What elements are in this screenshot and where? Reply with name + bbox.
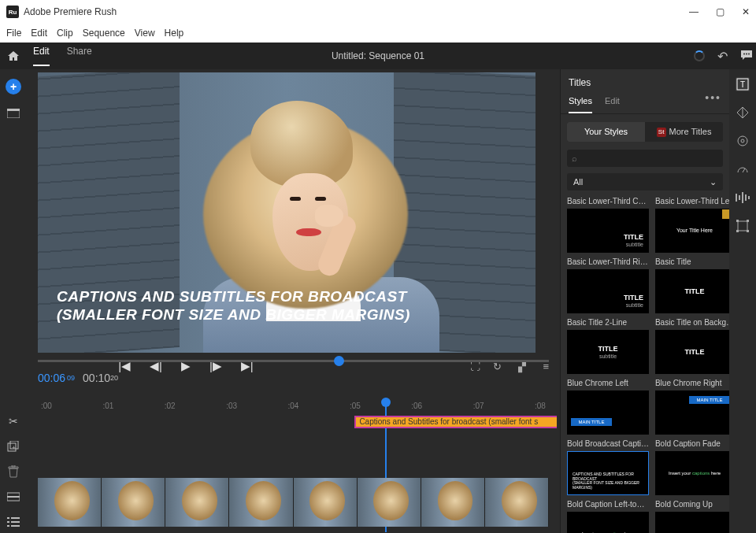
home-button[interactable] <box>3 46 24 66</box>
svg-point-19 <box>741 139 744 143</box>
track-list-button[interactable] <box>6 516 21 528</box>
title-preset-thumbnail[interactable]: TITLEsubtitle <box>567 269 649 313</box>
tab-edit[interactable]: Edit <box>33 46 50 66</box>
scissors-button[interactable]: ✂ <box>6 415 21 428</box>
player-controls: 00:06 09 00:10 20 |◀ ◀| ▶ |▶ ▶| ⛶ ↻ <box>27 355 560 429</box>
title-preset-thumbnail[interactable] <box>655 512 729 533</box>
title-preset-item[interactable]: Blue Chrome LeftMAIN TITLE <box>567 377 649 435</box>
undo-button[interactable]: ↶ <box>717 49 728 64</box>
progress-bar[interactable] <box>38 360 549 362</box>
clip-thumbnail[interactable] <box>38 478 102 527</box>
svg-rect-29 <box>736 230 739 232</box>
svg-rect-28 <box>747 220 749 222</box>
title-preset-thumbnail[interactable]: MAIN TITLE <box>567 390 649 435</box>
transitions-tool-button[interactable] <box>736 105 750 120</box>
title-preset-item[interactable]: Basic Lower-Third LeftYour Title Here <box>655 195 729 253</box>
menu-sequence[interactable]: Sequence <box>83 28 125 39</box>
svg-rect-21 <box>736 194 737 202</box>
title-clip[interactable]: Captions and Subtitles for broadcast (sm… <box>354 416 557 428</box>
menu-file[interactable]: File <box>6 28 21 39</box>
menu-edit[interactable]: Edit <box>31 28 47 39</box>
search-field[interactable] <box>580 153 718 165</box>
title-preset-thumbnail[interactable]: Your Title Here <box>655 209 729 253</box>
timeline-ruler[interactable]: :00 :01 :02 :03 :04 :05 :06 :07 :08 Capt… <box>38 402 549 410</box>
timecode-display: 00:06 09 00:10 20 <box>38 372 118 384</box>
title-preset-label: Blue Chrome Right <box>655 377 729 390</box>
title-preset-thumbnail[interactable]: TITLE <box>655 269 729 313</box>
title-preset-thumbnail[interactable]: TITLEsubtitle <box>567 330 649 374</box>
segment-more-titles[interactable]: StMore Titles <box>645 122 723 142</box>
title-preset-item[interactable]: Bold Broadcast Capti…CAPTIONS AND SUBTIT… <box>567 438 649 495</box>
clip-thumbnail[interactable] <box>421 478 485 527</box>
title-preset-thumbnail[interactable]: Insert your captions here <box>567 512 649 533</box>
title-preset-thumbnail[interactable]: TITLEsubtitle <box>567 209 649 253</box>
window-close[interactable]: ✕ <box>742 6 750 17</box>
clip-thumbnail[interactable] <box>358 478 421 527</box>
title-preset-thumbnail[interactable]: CAPTIONS AND SUBTITLES FOR BROADCAST(SMA… <box>567 451 649 495</box>
timeline[interactable] <box>27 429 560 533</box>
panel-tab-edit[interactable]: Edit <box>605 91 620 113</box>
title-preset-label: Bold Coming Up <box>655 498 729 512</box>
category-dropdown[interactable]: All ⌄ <box>567 173 723 191</box>
current-time: 00:06 <box>38 372 65 384</box>
titles-search-input[interactable]: ⌕ <box>567 150 723 167</box>
menu-help[interactable]: Help <box>165 28 184 39</box>
title-preset-item[interactable]: Blue Chrome RightMAIN TITLE <box>655 377 729 435</box>
menu-clip[interactable]: Clip <box>57 28 73 39</box>
title-preset-item[interactable]: Basic Title 2-LineTITLEsubtitle <box>567 316 649 374</box>
title-preset-item[interactable]: Basic TitleTITLE <box>655 256 729 313</box>
clip-thumbnail[interactable] <box>165 478 229 527</box>
title-preset-thumbnail[interactable]: MAIN TITLE <box>655 390 729 435</box>
ruler-mark: :02 <box>165 402 176 410</box>
right-toolbar: T <box>729 69 756 533</box>
svg-point-0 <box>743 53 745 54</box>
title-preset-item[interactable]: Basic Lower-Third C…TITLEsubtitle <box>567 195 649 253</box>
duration-time: 00:10 <box>83 372 110 384</box>
new-badge-icon <box>722 209 729 219</box>
video-preview[interactable]: CAPTIONS AND SUBTITLES FOR BROADCAST (SM… <box>38 72 536 353</box>
title-preset-label: Basic Title 2-Line <box>567 316 649 330</box>
svg-line-20 <box>743 168 745 172</box>
add-media-button[interactable]: + <box>6 79 21 94</box>
titles-tool-button[interactable]: T <box>736 77 750 91</box>
audio-tool-button[interactable] <box>736 191 750 205</box>
chevron-down-icon: ⌄ <box>710 177 717 187</box>
menu-view[interactable]: View <box>135 28 155 39</box>
title-preset-item[interactable]: Bold Coming Up <box>655 498 729 533</box>
center-area: CAPTIONS AND SUBTITLES FOR BROADCAST (SM… <box>27 69 560 533</box>
title-preset-item[interactable]: Bold Caption FadeInsert your captions he… <box>655 438 729 495</box>
title-preset-thumbnail[interactable]: TITLE <box>655 330 729 374</box>
svg-rect-13 <box>11 521 20 523</box>
title-preset-label: Basic Lower-Third C… <box>567 195 649 209</box>
expand-tracks-button[interactable] <box>6 490 21 503</box>
window-minimize[interactable]: — <box>689 6 699 17</box>
clip-thumbnail[interactable] <box>485 478 549 527</box>
svg-text:+: + <box>12 444 16 451</box>
app-icon: Ru <box>6 6 19 18</box>
title-preset-item[interactable]: Basic Title on Backg…TITLE <box>655 316 729 374</box>
clip-thumbnail[interactable] <box>294 478 358 527</box>
clip-thumbnail[interactable] <box>102 478 165 527</box>
window-maximize[interactable]: ▢ <box>716 6 724 17</box>
title-preset-thumbnail[interactable]: Insert your captions here <box>655 451 729 495</box>
delete-button[interactable] <box>6 465 21 478</box>
title-preset-item[interactable]: Basic Lower-Third Ri…TITLEsubtitle <box>567 256 649 313</box>
clip-thumbnail[interactable] <box>229 478 293 527</box>
ruler-mark: :04 <box>288 402 299 410</box>
panel-tab-styles[interactable]: Styles <box>569 91 592 113</box>
video-track[interactable] <box>38 478 549 527</box>
ruler-mark: :05 <box>350 402 361 410</box>
segment-your-styles[interactable]: Your Styles <box>567 122 645 142</box>
speed-tool-button[interactable] <box>736 162 750 176</box>
color-tool-button[interactable] <box>736 134 750 148</box>
title-preset-item[interactable]: Bold Caption Left-to…Insert your caption… <box>567 498 649 533</box>
panel-more-icon[interactable]: ••• <box>705 91 721 113</box>
title-preset-label: Basic Lower-Third Ri… <box>567 256 649 269</box>
duplicate-button[interactable]: + <box>6 440 21 453</box>
comments-button[interactable] <box>740 50 753 63</box>
window-titlebar: Ru Adobe Premiere Rush — ▢ ✕ <box>0 0 756 24</box>
transform-tool-button[interactable] <box>736 219 750 233</box>
title-preset-label: Blue Chrome Left <box>567 377 649 390</box>
project-panel-button[interactable] <box>6 107 21 120</box>
tab-share[interactable]: Share <box>67 46 92 66</box>
